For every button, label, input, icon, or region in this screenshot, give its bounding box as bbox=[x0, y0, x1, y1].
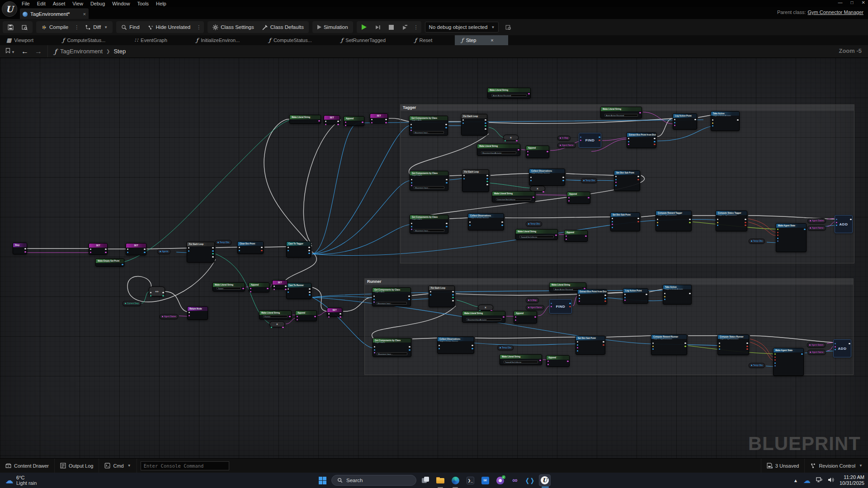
stop-button[interactable] bbox=[385, 21, 398, 33]
bp-node-add[interactable]: ADD bbox=[835, 215, 853, 233]
bp-node-[interactable]: × bbox=[503, 135, 519, 141]
menu-debug[interactable]: Debug bbox=[87, 1, 108, 6]
exec-pin[interactable] bbox=[463, 175, 465, 176]
data-pin[interactable] bbox=[439, 348, 440, 349]
bp-node-set-dict-sub-point[interactable]: Set Dict Sub Point bbox=[576, 336, 605, 355]
bp-node-set[interactable]: SET bbox=[126, 243, 146, 255]
bp-node-compute-status-tagger[interactable]: Compute Status TaggerTarget is Tag Envir… bbox=[716, 211, 747, 231]
console-command-input[interactable] bbox=[141, 463, 229, 469]
data-pin[interactable] bbox=[189, 315, 190, 316]
bp-node-make-literal-string[interactable]: Make Literal String bbox=[289, 115, 321, 124]
bp-node-make-literal-string[interactable]: Make Literal StringMovementInputActuator bbox=[462, 311, 505, 323]
data-pin[interactable] bbox=[297, 319, 298, 320]
exec-pin[interactable] bbox=[162, 292, 164, 293]
node-value-field[interactable]: Agent Action Received bbox=[604, 114, 638, 117]
data-pin[interactable] bbox=[745, 222, 746, 223]
exec-pin[interactable] bbox=[105, 249, 106, 250]
data-pin[interactable] bbox=[528, 93, 529, 94]
exec-pin[interactable] bbox=[445, 124, 447, 125]
exec-pin[interactable] bbox=[288, 247, 289, 248]
taskbar-icon-task-view[interactable] bbox=[420, 474, 431, 486]
exec-pin[interactable] bbox=[469, 221, 471, 223]
variable-pill-temp-obs[interactable]: Temp Obs bbox=[526, 221, 542, 226]
variable-pill-agent-name[interactable]: Agent Name bbox=[807, 350, 826, 355]
data-pin[interactable] bbox=[639, 112, 641, 113]
data-pin[interactable] bbox=[527, 154, 528, 155]
output-log-button[interactable]: Output Log bbox=[55, 459, 99, 473]
bp-node-set[interactable]: SET bbox=[272, 280, 288, 289]
data-pin[interactable] bbox=[463, 178, 465, 179]
exec-pin[interactable] bbox=[462, 119, 464, 121]
data-pin[interactable] bbox=[409, 349, 410, 351]
data-pin[interactable] bbox=[373, 301, 375, 303]
data-pin[interactable] bbox=[533, 197, 534, 198]
exec-pin[interactable] bbox=[285, 286, 286, 287]
data-pin[interactable] bbox=[452, 297, 453, 298]
class-defaults-button[interactable]: Class Defaults bbox=[258, 21, 308, 33]
class-settings-button[interactable]: Class Settings bbox=[208, 21, 258, 33]
data-pin[interactable] bbox=[615, 185, 617, 186]
data-pin[interactable] bbox=[486, 181, 488, 182]
data-pin[interactable] bbox=[777, 238, 778, 239]
node-value-field[interactable]: TaggedObsCollector bbox=[519, 235, 554, 238]
exec-pin[interactable] bbox=[654, 138, 655, 139]
bp-node-cast-to-tagger[interactable]: Cast To Tagger bbox=[286, 241, 311, 258]
data-pin[interactable] bbox=[501, 225, 503, 226]
bp-node-take-action[interactable]: Take ActionTarget is Schola Actuator bbox=[663, 285, 692, 305]
hide-unrelated-button[interactable]: Hide Unrelated bbox=[144, 21, 195, 33]
data-pin[interactable] bbox=[539, 360, 541, 361]
node-value-field[interactable]: Movement Input… bbox=[376, 302, 407, 305]
data-pin[interactable] bbox=[580, 140, 581, 141]
bp-node-for-each-loop[interactable]: For Each Loop bbox=[462, 169, 489, 192]
data-pin[interactable] bbox=[654, 144, 655, 145]
exec-pin[interactable] bbox=[615, 176, 617, 177]
exec-pin[interactable] bbox=[486, 175, 488, 176]
data-pin[interactable] bbox=[267, 288, 268, 289]
data-pin[interactable] bbox=[242, 288, 244, 289]
exec-pin[interactable] bbox=[530, 177, 532, 178]
data-pin[interactable] bbox=[274, 289, 275, 290]
variable-pill-agent-states[interactable]: Agent States bbox=[807, 218, 826, 223]
data-pin[interactable] bbox=[150, 295, 151, 296]
node-value-field[interactable]: Tagger bbox=[217, 287, 241, 290]
variable-pill-current-step[interactable]: Current Step bbox=[123, 301, 141, 306]
bp-node-append[interactable]: Append bbox=[567, 192, 590, 204]
exec-pin[interactable] bbox=[637, 176, 639, 177]
bp-node-make-literal-string[interactable]: Make Literal StringTaggedObsCollector bbox=[500, 354, 542, 365]
data-pin[interactable] bbox=[144, 252, 145, 253]
breadcrumb-current[interactable]: Step bbox=[113, 48, 126, 55]
bp-node-get-components-by-class[interactable]: Get Components by ClassTarget is ActorMo… bbox=[410, 171, 448, 191]
bp-node-make-literal-string[interactable]: Make Literal StringDetectionObsCollector bbox=[492, 191, 535, 202]
data-pin[interactable] bbox=[774, 362, 776, 364]
variable-pill-temp-obs[interactable]: Temp Obs bbox=[749, 239, 765, 244]
data-pin[interactable] bbox=[362, 122, 363, 123]
data-pin[interactable] bbox=[568, 200, 570, 202]
bp-node-collect-observations[interactable]: Collect ObservationsTarget is Schola Obs… bbox=[529, 169, 565, 186]
exec-pin[interactable] bbox=[850, 219, 851, 220]
save-button[interactable] bbox=[4, 21, 18, 33]
data-pin[interactable] bbox=[774, 365, 776, 366]
exec-pin[interactable] bbox=[612, 218, 613, 219]
data-pin[interactable] bbox=[674, 125, 675, 126]
bp-node-[interactable]: × bbox=[269, 321, 285, 327]
exec-pin[interactable] bbox=[411, 179, 412, 180]
exec-pin[interactable] bbox=[337, 121, 339, 122]
exec-pin[interactable] bbox=[430, 291, 431, 292]
compile-options-icon[interactable]: ⋮ bbox=[72, 24, 81, 30]
bp-node-make-literal-string[interactable]: Make Literal StringAgent Action Received bbox=[487, 88, 531, 99]
exec-pin[interactable] bbox=[694, 119, 696, 120]
taskbar-icon-m365[interactable]: ✓ bbox=[494, 474, 506, 486]
exec-pin[interactable] bbox=[212, 247, 213, 249]
bp-node-step[interactable]: Step bbox=[13, 243, 27, 254]
menu-tools[interactable]: Tools bbox=[133, 1, 152, 6]
exec-pin[interactable] bbox=[325, 121, 326, 122]
hide-unrelated-options-icon[interactable]: ⋮ bbox=[194, 24, 203, 30]
exec-pin[interactable] bbox=[309, 291, 310, 293]
exec-pin[interactable] bbox=[604, 295, 606, 296]
data-pin[interactable] bbox=[385, 122, 387, 123]
exec-pin[interactable] bbox=[745, 219, 746, 220]
data-pin[interactable] bbox=[664, 296, 665, 297]
bp-node-compute-reward-runner[interactable]: Compute Reward RunnerTarget is Tag Envir… bbox=[651, 334, 687, 355]
bp-node-log-action-point[interactable]: Log Action Point bbox=[673, 113, 697, 130]
exec-pin[interactable] bbox=[288, 288, 289, 290]
